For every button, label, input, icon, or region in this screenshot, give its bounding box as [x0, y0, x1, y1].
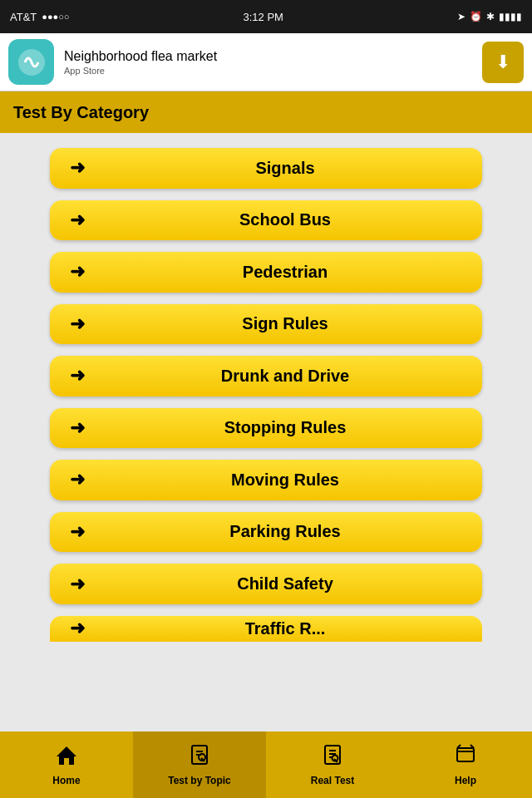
ad-text-area: Neighborhood flea market App Store	[64, 49, 472, 76]
partial-category-btn[interactable]: ➜ Traffic R...	[50, 616, 482, 642]
category-btn-stopping-rules[interactable]: ➜ Stopping Rules	[50, 408, 482, 449]
arrow-icon: ➜	[65, 157, 90, 179]
arrow-icon: ➜	[65, 417, 90, 439]
svg-marker-1	[57, 746, 76, 765]
arrow-icon: ➜	[65, 521, 90, 543]
category-label: Stopping Rules	[103, 418, 467, 437]
partial-label: Traffic R...	[103, 619, 467, 638]
category-label: Moving Rules	[103, 470, 467, 490]
nav-label: Real Test	[311, 775, 354, 786]
alarm-icon: ⏰	[470, 11, 482, 22]
bottom-navigation: Home Test by Topic Real Test Help	[0, 732, 532, 798]
category-btn-drunk-and-drive[interactable]: ➜ Drunk and Drive	[50, 356, 482, 397]
nav-item-home[interactable]: Home	[0, 732, 133, 798]
category-label: Signals	[103, 159, 467, 178]
home-icon	[55, 743, 78, 766]
category-btn-moving-rules[interactable]: ➜ Moving Rules	[50, 460, 482, 500]
test-topic-icon	[188, 743, 211, 766]
category-btn-parking-rules[interactable]: ➜ Parking Rules	[50, 512, 482, 553]
nav-label: Home	[52, 775, 80, 786]
arrow-icon: ➜	[65, 261, 90, 283]
help-icon	[454, 743, 477, 766]
nav-item-test-by-topic[interactable]: Test by Topic	[133, 732, 266, 798]
ad-app-source: App Store	[64, 66, 472, 76]
ad-logo-icon	[8, 39, 54, 85]
nav-item-real-test[interactable]: Real Test	[266, 732, 399, 798]
arrow-icon: ➜	[65, 209, 90, 231]
category-label: Drunk and Drive	[103, 367, 467, 386]
nav-label: Help	[455, 775, 476, 786]
signal-icon: ●●●○○	[42, 12, 69, 22]
page-title: Test By Category	[13, 103, 149, 122]
category-label: Sign Rules	[103, 314, 467, 333]
category-btn-sign-rules[interactable]: ➜ Sign Rules	[50, 304, 482, 345]
category-btn-school-bus[interactable]: ➜ School Bus	[50, 200, 482, 241]
carrier-text: AT&T	[10, 11, 37, 23]
ad-app-title: Neighborhood flea market	[64, 49, 472, 64]
ad-download-button[interactable]: ⬇	[482, 42, 524, 83]
category-btn-child-safety[interactable]: ➜ Child Safety	[50, 564, 482, 604]
location-icon: ➤	[457, 11, 466, 22]
status-bar: AT&T ●●●○○ 3:12 PM ➤ ⏰ ✱ ▮▮▮▮	[0, 0, 532, 33]
category-btn-signals[interactable]: ➜ Signals	[50, 148, 482, 189]
download-icon: ⬇	[495, 52, 510, 73]
category-btn-pedestrian[interactable]: ➜ Pedestrian	[50, 252, 482, 293]
category-label: Child Safety	[103, 574, 467, 594]
category-label: Parking Rules	[103, 522, 467, 541]
page-header: Test By Category	[0, 91, 532, 133]
ad-banner[interactable]: Neighborhood flea market App Store ⬇	[0, 33, 532, 91]
app-logo-svg	[17, 47, 47, 77]
arrow-icon: ➜	[65, 618, 90, 639]
status-left: AT&T ●●●○○	[10, 11, 70, 23]
nav-label: Test by Topic	[168, 775, 231, 786]
real-test-icon	[321, 743, 344, 766]
category-label: Pedestrian	[103, 263, 467, 282]
nav-item-help[interactable]: Help	[399, 732, 532, 798]
arrow-icon: ➜	[65, 574, 90, 595]
arrow-icon: ➜	[65, 469, 90, 490]
arrow-icon: ➜	[65, 313, 90, 335]
category-list: ➜ Signals ➜ School Bus ➜ Pedestrian ➜ Si…	[0, 133, 532, 657]
category-label: School Bus	[103, 210, 467, 229]
battery-icon: ▮▮▮▮	[499, 11, 522, 22]
status-time: 3:12 PM	[244, 11, 283, 23]
svg-rect-6	[457, 748, 474, 761]
bluetooth-icon: ✱	[486, 11, 495, 22]
status-right: ➤ ⏰ ✱ ▮▮▮▮	[457, 11, 522, 22]
arrow-icon: ➜	[65, 365, 90, 387]
